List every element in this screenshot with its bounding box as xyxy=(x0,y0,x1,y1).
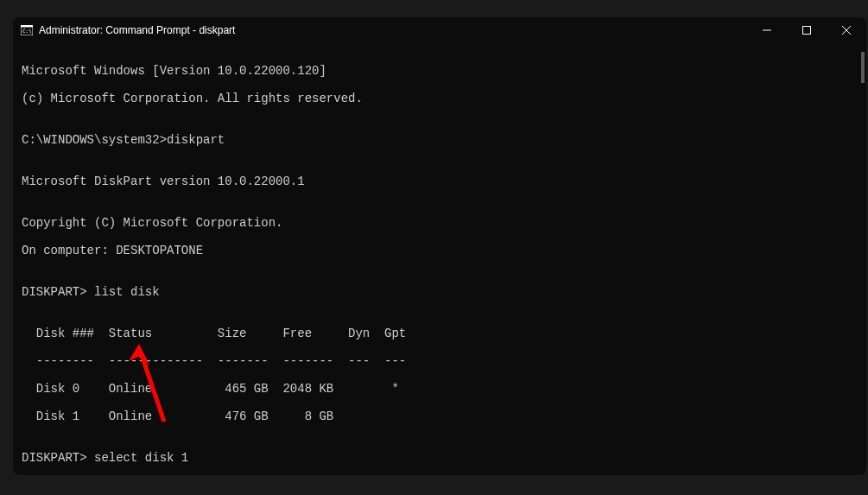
terminal-line: Disk 0 Online 465 GB 2048 KB * xyxy=(22,382,858,396)
maximize-button[interactable] xyxy=(787,17,827,43)
terminal-output[interactable]: Microsoft Windows [Version 10.0.22000.12… xyxy=(13,43,866,475)
terminal-line: C:\WINDOWS\system32>diskpart xyxy=(22,133,858,147)
terminal-line: -------- ------------- ------- ------- -… xyxy=(22,354,858,368)
command-prompt-window: C:\ Administrator: Command Prompt - disk… xyxy=(13,17,866,475)
terminal-line: Copyright (C) Microsoft Corporation. xyxy=(22,216,858,230)
svg-text:C:\: C:\ xyxy=(22,28,32,34)
terminal-line: Microsoft Windows [Version 10.0.22000.12… xyxy=(22,64,858,78)
terminal-line: (c) Microsoft Corporation. All rights re… xyxy=(22,92,858,105)
minimize-button[interactable] xyxy=(747,17,787,43)
terminal-line: DISKPART> select disk 1 xyxy=(22,451,858,465)
app-icon: C:\ xyxy=(20,23,34,37)
window-title: Administrator: Command Prompt - diskpart xyxy=(39,24,747,36)
svg-rect-4 xyxy=(803,27,811,35)
titlebar[interactable]: C:\ Administrator: Command Prompt - disk… xyxy=(13,17,866,43)
terminal-line: Disk 1 Online 476 GB 8 GB xyxy=(22,409,858,423)
terminal-line: Disk ### Status Size Free Dyn Gpt xyxy=(22,327,858,340)
terminal-line: Microsoft DiskPart version 10.0.22000.1 xyxy=(22,175,858,188)
window-controls xyxy=(747,17,866,43)
close-button[interactable] xyxy=(827,17,866,43)
scrollbar-thumb[interactable] xyxy=(861,52,865,83)
terminal-line: On computer: DESKTOPATONE xyxy=(22,244,858,257)
terminal-line: DISKPART> list disk xyxy=(22,285,858,299)
